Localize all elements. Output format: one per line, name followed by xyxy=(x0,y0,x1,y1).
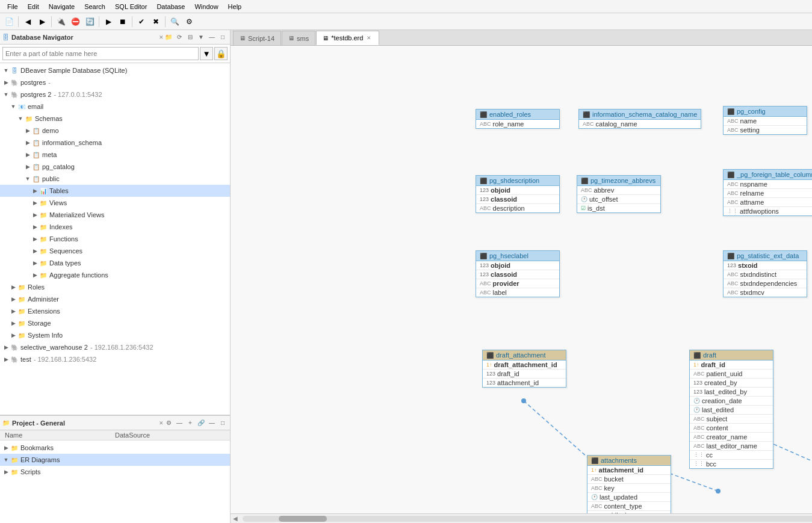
tb-settings[interactable]: ⚙ xyxy=(182,15,196,28)
tb-run[interactable]: ▶ xyxy=(102,15,115,28)
project-toggle-0[interactable]: ▶ xyxy=(2,444,10,451)
tb-forward[interactable]: ▶ xyxy=(36,15,49,28)
tree-item-test[interactable]: ▶🐘test- 192.168.1.236:5432 xyxy=(0,353,230,365)
scroll-thumb[interactable] xyxy=(279,516,327,522)
tree-item-schemas[interactable]: ▼📁Schemas xyxy=(0,113,230,125)
tree-item-tables[interactable]: ▶📊Tables xyxy=(0,185,230,197)
tb-rollback[interactable]: ✖ xyxy=(149,15,163,28)
project-maximize[interactable]: □ xyxy=(218,418,228,428)
erd-table-pg_shdescription[interactable]: ⬛ pg_shdescription 123 objoid 123 classo… xyxy=(476,175,560,213)
tree-item-public[interactable]: ▼📋public xyxy=(0,173,230,185)
tab-close-testdb[interactable]: ✕ xyxy=(365,34,373,42)
tree-item-functions[interactable]: ▶📁Functions xyxy=(0,233,230,245)
tree-toggle-test[interactable]: ▶ xyxy=(2,356,10,363)
project-item-2[interactable]: ▶ 📁 Scripts xyxy=(0,466,230,478)
tree-item-postgres[interactable]: ▶🐘postgres- xyxy=(0,76,230,88)
tab-sms[interactable]: 🖥sms xyxy=(282,31,315,45)
menu-file[interactable]: File xyxy=(2,2,23,11)
tree-item-demo[interactable]: ▶📋demo xyxy=(0,125,230,137)
tab-script14[interactable]: 🖥 Script-14 xyxy=(233,31,281,45)
tree-item-matviews[interactable]: ▶📁Materialized Views xyxy=(0,209,230,221)
tree-toggle-email[interactable]: ▼ xyxy=(10,103,17,110)
erd-table-draft_attachment[interactable]: ⬛ draft_attachment 1↑ draft_attachment_i… xyxy=(482,350,566,388)
tb-connect[interactable]: 🔌 xyxy=(54,15,67,28)
nav-collapse[interactable]: ⊟ xyxy=(185,32,195,42)
menu-edit[interactable]: Edit xyxy=(23,2,44,11)
tree-item-pg_catalog[interactable]: ▶📋pg_catalog xyxy=(0,161,230,173)
erd-table-information_schema_catalog_name[interactable]: ⬛ information_schema_catalog_name ABC ca… xyxy=(578,109,701,129)
bottom-scrollbar[interactable]: ◀ ▶ xyxy=(231,513,812,523)
tree-item-administer[interactable]: ▶📁Administer xyxy=(0,293,230,305)
search-filter-button[interactable]: ▼ xyxy=(200,47,213,60)
tb-search[interactable]: 🔍 xyxy=(168,15,181,28)
erd-canvas[interactable]: ⬛ enabled_roles ABC role_name ⬛ informat… xyxy=(231,46,812,513)
project-new[interactable]: — xyxy=(175,418,184,428)
nav-maximize[interactable]: □ xyxy=(218,32,228,42)
scroll-left-arrow[interactable]: ◀ xyxy=(231,515,240,522)
tb-new[interactable]: 📄 xyxy=(2,15,16,28)
tb-commit[interactable]: ✔ xyxy=(135,15,148,28)
tab-testdb[interactable]: 🖥*testdb.erd✕ xyxy=(316,31,379,45)
tree-toggle-pg_catalog[interactable]: ▶ xyxy=(24,163,31,170)
tree-toggle-datatypes[interactable]: ▶ xyxy=(31,259,39,267)
tree-item-dbeaver[interactable]: ▼🗄DBeaver Sample Database (SQLite) xyxy=(0,64,230,76)
project-link[interactable]: 🔗 xyxy=(196,418,206,428)
tree-item-info_schema[interactable]: ▶📋information_schema xyxy=(0,137,230,149)
tb-stop[interactable]: ⏹ xyxy=(116,15,129,28)
nav-minimize[interactable]: — xyxy=(207,32,217,42)
tree-toggle-matviews[interactable]: ▶ xyxy=(31,211,39,218)
tb-refresh[interactable]: 🔄 xyxy=(83,15,96,28)
nav-menu[interactable]: ▼ xyxy=(196,32,206,42)
tree-toggle-storage[interactable]: ▶ xyxy=(10,320,17,327)
project-toggle-1[interactable]: ▼ xyxy=(2,456,10,463)
tree-toggle-meta[interactable]: ▶ xyxy=(24,151,31,158)
menu-window[interactable]: Window xyxy=(190,2,223,11)
tree-item-datatypes[interactable]: ▶📁Data types xyxy=(0,257,230,269)
erd-table-enabled_roles[interactable]: ⬛ enabled_roles ABC role_name xyxy=(476,109,560,129)
tree-toggle-indexes[interactable]: ▶ xyxy=(31,223,39,231)
tree-item-views[interactable]: ▶📁Views xyxy=(0,197,230,209)
tree-item-sequences[interactable]: ▶📁Sequences xyxy=(0,245,230,257)
tree-item-email[interactable]: ▼📧email xyxy=(0,101,230,113)
menu-search[interactable]: Search xyxy=(79,2,110,11)
project-item-0[interactable]: ▶ 📁 Bookmarks xyxy=(0,442,230,454)
tree-toggle-demo[interactable]: ▶ xyxy=(24,127,31,134)
tree-toggle-postgres[interactable]: ▶ xyxy=(2,79,10,86)
tree-item-selective[interactable]: ▶🐘selective_warehouse 2- 192.168.1.236:5… xyxy=(0,341,230,353)
tree-toggle-dbeaver[interactable]: ▼ xyxy=(2,67,10,74)
menu-database[interactable]: Database xyxy=(152,2,190,11)
tree-item-postgres2[interactable]: ▼🐘postgres 2- 127.0.0.1:5432 xyxy=(0,88,230,101)
tree-toggle-selective[interactable]: ▶ xyxy=(2,344,10,351)
tree-toggle-info_schema[interactable]: ▶ xyxy=(24,139,31,146)
tree-toggle-postgres2[interactable]: ▼ xyxy=(2,91,10,98)
search-input[interactable] xyxy=(2,47,199,60)
nav-projects[interactable]: 📁 xyxy=(164,32,173,42)
tree-toggle-sysinfo[interactable]: ▶ xyxy=(10,332,17,339)
tree-item-storage[interactable]: ▶📁Storage xyxy=(0,317,230,329)
project-settings[interactable]: ⚙ xyxy=(164,418,173,428)
tb-disconnect[interactable]: ⛔ xyxy=(69,15,82,28)
nav-sync[interactable]: ⟳ xyxy=(175,32,184,42)
tree-toggle-administer[interactable]: ▶ xyxy=(10,296,17,303)
menu-sql-editor[interactable]: SQL Editor xyxy=(110,2,152,11)
menu-help[interactable]: Help xyxy=(223,2,247,11)
project-minimize[interactable]: — xyxy=(207,418,217,428)
project-toggle-2[interactable]: ▶ xyxy=(2,468,10,475)
scroll-track[interactable] xyxy=(243,516,812,522)
tree-toggle-tables[interactable]: ▶ xyxy=(31,187,39,194)
tree-toggle-views[interactable]: ▶ xyxy=(31,199,39,206)
tree-toggle-public[interactable]: ▼ xyxy=(24,175,31,182)
erd-table-draft[interactable]: ⬛ draft 1↑ draft_id ABC patient_uuid 123… xyxy=(689,350,773,469)
project-add[interactable]: + xyxy=(185,418,195,428)
project-item-1[interactable]: ▼ 📁 ER Diagrams xyxy=(0,454,230,466)
tree-item-sysinfo[interactable]: ▶📁System Info xyxy=(0,329,230,341)
erd-table-pg_config[interactable]: ⬛ pg_config ABC name ABC setting xyxy=(723,106,807,135)
tree-item-roles[interactable]: ▶📁Roles xyxy=(0,281,230,293)
erd-table-pg_timezone_abbrevs[interactable]: ⬛ pg_timezone_abbrevs ABC abbrev 🕐 utc_o… xyxy=(577,175,661,213)
erd-table-pg_hseclabel[interactable]: ⬛ pg_hseclabel 123 objoid 123 classoid A… xyxy=(476,250,560,297)
tree-toggle-extensions[interactable]: ▶ xyxy=(10,308,17,315)
tree-item-indexes[interactable]: ▶📁Indexes xyxy=(0,221,230,233)
erd-table-_pg_foreign_table_columns[interactable]: ⬛ _pg_foreign_table_columns ABC nspname … xyxy=(723,169,812,216)
tree-item-meta[interactable]: ▶📋meta xyxy=(0,149,230,161)
erd-table-pg_statistic_ext_data[interactable]: ⬛ pg_statistic_ext_data 123 stxoid ABC s… xyxy=(723,250,807,297)
